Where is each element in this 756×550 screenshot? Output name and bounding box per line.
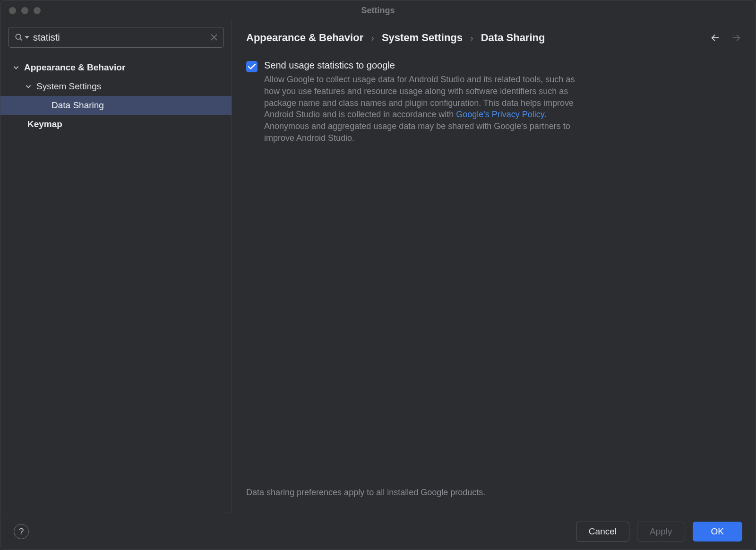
footer-note: Data sharing preferences apply to all in…	[246, 488, 741, 513]
checkmark-icon	[248, 63, 256, 70]
search-input[interactable]	[33, 32, 210, 43]
dialog-footer: ? Cancel Apply OK	[0, 513, 756, 550]
sidebar-item-keymap[interactable]: Keymap	[0, 115, 232, 134]
chevron-down-icon	[25, 83, 32, 90]
option-label: Send usage statistics to google	[264, 60, 585, 71]
settings-content: Appearance & Behavior › System Settings …	[232, 20, 756, 513]
privacy-policy-link[interactable]: Google's Privacy Policy	[456, 110, 544, 119]
chevron-down-icon	[13, 64, 19, 71]
search-field-wrapper[interactable]	[8, 27, 224, 48]
help-button[interactable]: ?	[14, 524, 29, 539]
svg-point-0	[16, 34, 21, 39]
breadcrumb-part[interactable]: System Settings	[382, 32, 463, 44]
settings-sidebar: Appearance & Behavior System Settings Da…	[0, 20, 232, 513]
dialog-body: Appearance & Behavior System Settings Da…	[0, 20, 756, 513]
window-zoom-button[interactable]	[34, 7, 41, 14]
window-minimize-button[interactable]	[21, 7, 28, 14]
breadcrumb-part[interactable]: Appearance & Behavior	[246, 32, 363, 44]
option-description: Allow Google to collect usage data for A…	[264, 74, 585, 144]
sidebar-item-appearance-behavior[interactable]: Appearance & Behavior	[0, 58, 232, 77]
help-icon: ?	[19, 526, 24, 537]
nav-arrows	[710, 33, 741, 43]
search-icon	[14, 33, 24, 42]
nav-forward-icon	[731, 33, 741, 43]
settings-window: Settings Appearance & Behavior S	[0, 0, 756, 550]
search-options-dropdown-icon[interactable]	[25, 35, 29, 40]
sidebar-item-label: Keymap	[27, 119, 62, 129]
sidebar-item-system-settings[interactable]: System Settings	[0, 77, 232, 96]
send-usage-stats-checkbox[interactable]	[246, 61, 258, 72]
nav-back-icon[interactable]	[710, 33, 721, 43]
content-header: Appearance & Behavior › System Settings …	[246, 32, 741, 44]
sidebar-item-label: Data Sharing	[52, 100, 104, 111]
titlebar: Settings	[0, 0, 756, 20]
window-close-button[interactable]	[9, 7, 16, 14]
option-text: Send usage statistics to google Allow Go…	[264, 60, 585, 144]
ok-button[interactable]: OK	[693, 522, 742, 541]
clear-search-icon[interactable]	[210, 34, 218, 41]
breadcrumb-separator-icon: ›	[470, 33, 473, 43]
breadcrumb: Appearance & Behavior › System Settings …	[246, 32, 545, 44]
sidebar-item-data-sharing[interactable]: Data Sharing	[0, 96, 232, 115]
sidebar-item-label: System Settings	[36, 81, 101, 92]
send-usage-stats-option: Send usage statistics to google Allow Go…	[246, 60, 741, 144]
sidebar-item-label: Appearance & Behavior	[24, 62, 125, 73]
apply-button: Apply	[637, 522, 685, 541]
settings-tree: Appearance & Behavior System Settings Da…	[0, 54, 232, 134]
breadcrumb-part: Data Sharing	[481, 32, 545, 44]
traffic-lights	[0, 7, 41, 14]
cancel-button[interactable]: Cancel	[576, 522, 629, 541]
svg-line-1	[20, 39, 22, 41]
window-title: Settings	[0, 6, 756, 16]
breadcrumb-separator-icon: ›	[371, 33, 374, 43]
